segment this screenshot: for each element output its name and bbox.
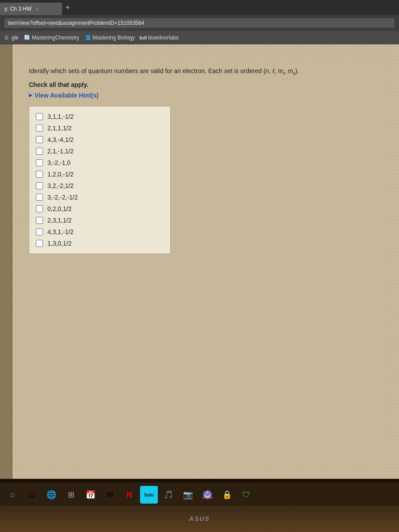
hulu-button[interactable]: hulu xyxy=(140,486,158,504)
laptop-logo: ASUS xyxy=(186,512,213,525)
lock-icon: 🔒 xyxy=(222,490,232,500)
choice-label-3: 4,3,-4,1/2 xyxy=(47,136,74,143)
chrome-icon xyxy=(203,490,212,500)
main-panel: Identify which sets of quantum numbers a… xyxy=(18,58,386,470)
bookmark-mastering-chemistry[interactable]: 🔄 MasteringChemistry xyxy=(24,35,79,41)
edge-browser-button[interactable]: 🌐 xyxy=(43,486,60,504)
choice-label-1: 3,1,1,-1/2 xyxy=(47,113,74,120)
choice-item-4: 2,1,-1,1/2 xyxy=(36,145,164,157)
shield-icon: 🛡 xyxy=(243,490,250,500)
checkbox-5[interactable] xyxy=(36,159,43,166)
calendar-icon: 📅 xyxy=(86,490,95,500)
asus-brand-text: ASUS xyxy=(189,515,210,522)
bluedoorlabs-icon: bdl xyxy=(140,35,146,41)
choice-item-9: 0,2,0,1/2 xyxy=(36,203,164,215)
bookmark-label: gle xyxy=(12,35,19,41)
file-explorer-button[interactable]: 🗂 xyxy=(23,486,41,504)
choice-label-2: 2,1,1,1/2 xyxy=(47,125,72,132)
laptop-bottom-bezel: ASUS xyxy=(0,505,399,532)
lock-button[interactable]: 🔒 xyxy=(218,486,236,504)
choice-label-4: 2,1,-1,1/2 xyxy=(47,148,74,155)
question-text: Identify which sets of quantum numbers a… xyxy=(29,66,375,77)
netflix-icon: N xyxy=(127,490,133,500)
checkbox-4[interactable] xyxy=(36,148,43,155)
mail-button[interactable]: ✉ xyxy=(101,486,119,504)
edge-icon: 🌐 xyxy=(47,490,56,500)
active-tab[interactable]: y: Ch 3 HW x xyxy=(0,3,62,15)
taskbar-inner: ○ 🗂 🌐 ⊞ 📅 ✉ N hulu 🎵 📷 xyxy=(0,482,399,507)
netflix-button[interactable]: N xyxy=(121,486,138,504)
camera-button[interactable]: 📷 xyxy=(179,486,197,504)
bookmark-label: Mastering Biology xyxy=(93,35,135,41)
choice-label-10: 2,3,1,1/2 xyxy=(47,217,72,224)
choice-item-5: 3,-2,-1,0 xyxy=(36,157,164,168)
checkbox-2[interactable] xyxy=(36,125,43,132)
tab-bar: y: Ch 3 HW x + xyxy=(0,0,399,15)
checkbox-10[interactable] xyxy=(36,217,43,224)
checkbox-7[interactable] xyxy=(36,182,43,189)
bookmark-mastering-biology[interactable]: 📘 Mastering Biology xyxy=(85,35,135,41)
pink-app-icon: 🎵 xyxy=(164,490,173,500)
bookmark-label: bluedoorlabs xyxy=(148,35,179,41)
hint-link[interactable]: View Available Hint(s) xyxy=(29,92,375,99)
choice-label-12: 1,3,0,1/2 xyxy=(47,240,72,247)
bookmark-bluedoorlabs[interactable]: bdl bluedoorlabs xyxy=(140,35,179,41)
taskbar: ○ 🗂 🌐 ⊞ 📅 ✉ N hulu 🎵 📷 xyxy=(0,479,399,532)
tab-close-button[interactable]: x xyxy=(36,6,39,12)
checkbox-3[interactable] xyxy=(36,136,43,143)
checkbox-8[interactable] xyxy=(36,194,43,201)
choice-label-8: 3,-2,-2,-1/2 xyxy=(47,194,78,201)
shield-button[interactable]: 🛡 xyxy=(238,486,255,504)
choice-item-7: 3,2,-2,1/2 xyxy=(36,180,164,192)
checkbox-9[interactable] xyxy=(36,205,43,212)
start-button[interactable]: ○ xyxy=(4,486,21,504)
choice-label-5: 3,-2,-1,0 xyxy=(47,159,70,166)
choice-label-9: 0,2,0,1/2 xyxy=(47,205,72,212)
file-explorer-icon: 🗂 xyxy=(28,490,36,500)
mastering-biology-icon: 📘 xyxy=(85,35,91,41)
choice-item-11: 4,3,1,-1/2 xyxy=(36,226,164,238)
mail-icon: ✉ xyxy=(107,490,113,500)
svg-point-2 xyxy=(206,493,209,497)
camera-icon: 📷 xyxy=(183,490,193,500)
choices-box: 3,1,1,-1/2 2,1,1,1/2 4,3,-4,1/2 2,1,-1,1… xyxy=(29,106,171,254)
checkbox-11[interactable] xyxy=(36,228,43,235)
checkbox-12[interactable] xyxy=(36,240,43,247)
choice-item-10: 2,3,1,1/2 xyxy=(36,215,164,226)
choice-item-3: 4,3,-4,1/2 xyxy=(36,134,164,145)
choice-item-6: 1,2,0,-1/2 xyxy=(36,168,164,180)
calendar-button[interactable]: 📅 xyxy=(82,486,99,504)
choice-label-11: 4,3,1,-1/2 xyxy=(47,228,74,235)
choice-item-1: 3,1,1,-1/2 xyxy=(36,111,164,122)
new-tab-button[interactable]: + xyxy=(62,4,73,12)
left-sidebar-strip xyxy=(0,44,12,479)
apps-grid-button[interactable]: ⊞ xyxy=(62,486,80,504)
mastering-chemistry-icon: 🔄 xyxy=(24,35,30,41)
bookmarks-bar: G gle 🔄 MasteringChemistry 📘 Mastering B… xyxy=(0,31,399,44)
choice-item-8: 3,-2,-2,-1/2 xyxy=(36,192,164,203)
address-bar xyxy=(0,15,399,31)
hulu-icon: hulu xyxy=(144,493,153,497)
address-input[interactable] xyxy=(4,18,395,28)
google-icon: G xyxy=(4,35,10,41)
check-all-instruction: Check all that apply. xyxy=(29,81,375,88)
browser-chrome: y: Ch 3 HW x + G gle 🔄 MasteringChemistr… xyxy=(0,0,399,44)
start-icon: ○ xyxy=(10,490,15,500)
page-content: Identify which sets of quantum numbers a… xyxy=(0,44,399,479)
checkbox-1[interactable] xyxy=(36,113,43,120)
checkbox-6[interactable] xyxy=(36,171,43,178)
bookmark-label: MasteringChemistry xyxy=(32,35,79,41)
choice-label-6: 1,2,0,-1/2 xyxy=(47,171,74,178)
pink-app-button[interactable]: 🎵 xyxy=(160,486,177,504)
choice-label-7: 3,2,-2,1/2 xyxy=(47,182,74,189)
choice-item-2: 2,1,1,1/2 xyxy=(36,122,164,134)
bookmark-google[interactable]: G gle xyxy=(4,35,19,41)
chrome-button[interactable] xyxy=(199,486,216,504)
choice-item-12: 1,3,0,1/2 xyxy=(36,238,164,249)
apps-grid-icon: ⊞ xyxy=(68,490,74,500)
tab-label: y: Ch 3 HW xyxy=(4,6,31,12)
